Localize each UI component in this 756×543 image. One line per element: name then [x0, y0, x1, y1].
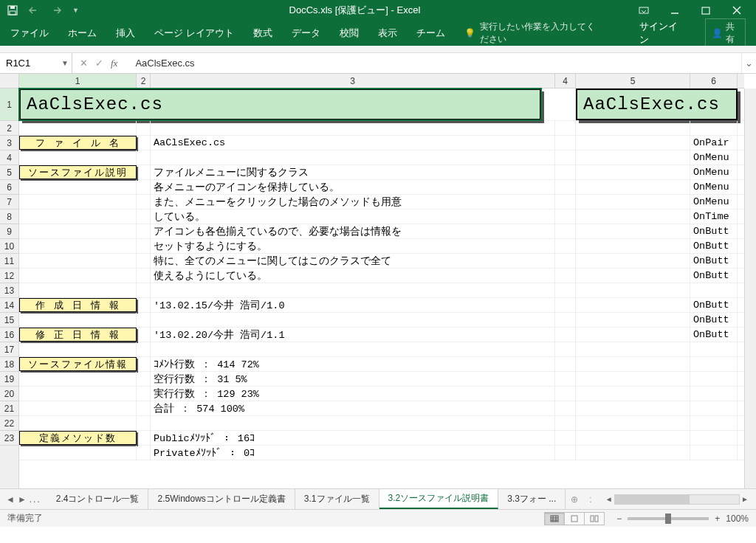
formula-expand-icon[interactable]: ⌄	[741, 53, 756, 73]
cell[interactable]: OnPair	[690, 136, 738, 150]
tell-me-search[interactable]: 💡 実行したい作業を入力してください	[464, 21, 601, 46]
tab-view[interactable]: 表示	[378, 27, 397, 40]
col-header[interactable]: 6	[690, 74, 738, 88]
sheet-tab-active[interactable]: 3.2ソースファイル説明書	[379, 489, 499, 509]
chevron-down-icon[interactable]: ▼	[61, 59, 69, 67]
qat-dropdown-icon[interactable]: ▼	[72, 7, 79, 14]
tab-review[interactable]: 校閲	[340, 27, 359, 40]
row-header[interactable]: 5	[0, 165, 18, 180]
undo-icon[interactable]	[28, 6, 40, 15]
row-header[interactable]: 18	[0, 357, 18, 372]
row-header[interactable]: 19	[0, 372, 18, 387]
row-header[interactable]: 10	[0, 239, 18, 254]
tab-formulas[interactable]: 数式	[253, 27, 272, 40]
cell[interactable]	[541, 89, 576, 120]
col-header[interactable]: 1	[19, 74, 137, 88]
share-button[interactable]: 👤 共有	[705, 18, 746, 48]
enter-icon[interactable]: ✓	[95, 58, 103, 69]
label-created[interactable]: 作 成 日 情 報	[19, 298, 137, 312]
row-header[interactable]: 8	[0, 210, 18, 224]
cell[interactable]: 各メニューのアイコンを保持している。	[151, 180, 555, 194]
col-header[interactable]: 3	[151, 74, 555, 88]
label-source-desc[interactable]: ソースファイル説明	[19, 165, 137, 179]
cell[interactable]: OnButt	[690, 269, 738, 283]
sheet-nav-ellipsis[interactable]: ...	[30, 494, 41, 505]
vertical-scrollbar[interactable]	[744, 89, 756, 488]
row-header[interactable]: 14	[0, 298, 18, 313]
row-header[interactable]: 12	[0, 269, 18, 283]
maximize-icon[interactable]	[693, 3, 719, 18]
cell[interactable]: セットするようにする。	[151, 239, 555, 253]
cell-title-1[interactable]: AaClsExec.cs	[19, 89, 541, 120]
minimize-icon[interactable]	[662, 3, 688, 18]
col-header[interactable]: 5	[576, 74, 690, 88]
cell[interactable]: 実行行数 ： 129 23%	[151, 387, 555, 401]
cell[interactable]: アイコンも各色揃えているので、必要な場合は情報を	[151, 224, 555, 238]
cell[interactable]: OnMenu	[690, 180, 738, 194]
row-header[interactable]: 15	[0, 313, 18, 328]
col-header[interactable]: 4	[555, 74, 576, 88]
cell[interactable]	[19, 121, 137, 135]
label-source-info[interactable]: ソースファイル情報	[19, 357, 137, 371]
row-header[interactable]: 16	[0, 328, 18, 342]
cell[interactable]: OnButt	[690, 239, 738, 253]
cell[interactable]: Privateﾒｿｯﾄﾞ ： 0ｺ	[151, 446, 555, 460]
row-header[interactable]: 6	[0, 180, 18, 195]
sheet-tab[interactable]: 3.1ファイル一覧	[295, 489, 379, 509]
sheet-nav-next-icon[interactable]: ►	[18, 494, 27, 505]
row-header[interactable]: 9	[0, 224, 18, 239]
label-modified[interactable]: 修 正 日 情 報	[19, 328, 137, 342]
tab-home[interactable]: ホーム	[68, 27, 97, 40]
cell[interactable]: 特に、全てのメニューに関してはこのクラスで全て	[151, 254, 555, 268]
page-break-view-icon[interactable]	[584, 512, 605, 525]
tab-file[interactable]: ファイル	[10, 27, 49, 40]
zoom-slider[interactable]	[628, 517, 709, 520]
row-header[interactable]: 7	[0, 195, 18, 210]
normal-view-icon[interactable]	[544, 512, 565, 525]
cell[interactable]: 合計 ： 574 100%	[151, 401, 555, 415]
cell[interactable]: ファイルメニューに関するクラス	[151, 165, 555, 179]
sheet-tab[interactable]: 2.4コントロール一覧	[47, 489, 149, 509]
cell[interactable]: ｺﾒﾝﾄ行数 ： 414 72%	[151, 357, 555, 371]
row-header[interactable]: 22	[0, 416, 18, 431]
cell[interactable]: OnMenu	[690, 151, 738, 165]
formula-input[interactable]: AaClsExec.cs	[131, 58, 741, 69]
cell[interactable]: OnButt	[690, 254, 738, 268]
row-header[interactable]: 4	[0, 151, 18, 165]
cell[interactable]: OnButt	[690, 328, 738, 342]
row-header[interactable]: 21	[0, 401, 18, 416]
zoom-in-button[interactable]: +	[715, 513, 720, 524]
cell[interactable]: 空行行数 ： 31 5%	[151, 372, 555, 386]
name-box[interactable]: R1C1 ▼	[0, 53, 72, 73]
zoom-level[interactable]: 100%	[726, 513, 749, 524]
row-header[interactable]: 17	[0, 342, 18, 357]
tab-data[interactable]: データ	[292, 27, 320, 40]
cell[interactable]: OnMenu	[690, 165, 738, 179]
page-layout-view-icon[interactable]	[564, 512, 585, 525]
zoom-out-button[interactable]: −	[616, 513, 622, 524]
save-icon[interactable]	[7, 5, 18, 15]
ribbon-options-icon[interactable]	[630, 3, 657, 18]
horizontal-scrollbar[interactable]: ◄ ►	[598, 494, 756, 505]
tab-page-layout[interactable]: ページ レイアウト	[154, 27, 234, 40]
cancel-icon[interactable]: ✕	[80, 58, 88, 69]
close-icon[interactable]	[724, 3, 750, 18]
tab-insert[interactable]: 挿入	[116, 27, 135, 40]
row-header[interactable]: 13	[0, 283, 18, 298]
signin-link[interactable]: サインイン	[639, 20, 681, 46]
row-header[interactable]: 1	[0, 89, 18, 121]
sheet-nav-prev-icon[interactable]: ◄	[6, 494, 15, 505]
col-header[interactable]: 2	[137, 74, 151, 88]
sheet-tab[interactable]: 3.3フォー ...	[498, 489, 566, 509]
cells-area[interactable]: AaClsExec.cs AaClsExec.cs フ ァ イ ル 名AaCls…	[19, 89, 744, 488]
cell[interactable]: している。	[151, 210, 555, 224]
sheet-tab[interactable]: 2.5Windowsコントロール定義書	[148, 489, 295, 509]
label-filename[interactable]: フ ァ イ ル 名	[19, 136, 137, 150]
select-all-triangle[interactable]	[0, 74, 19, 89]
cell[interactable]: '13.02.15/今井 浩司/1.0	[151, 298, 555, 312]
cell[interactable]: OnButt	[690, 298, 738, 312]
row-header[interactable]: 11	[0, 254, 18, 269]
row-header[interactable]: 2	[0, 121, 18, 136]
cell[interactable]: OnButt	[690, 224, 738, 238]
cell[interactable]: AaClsExec.cs	[151, 136, 555, 150]
